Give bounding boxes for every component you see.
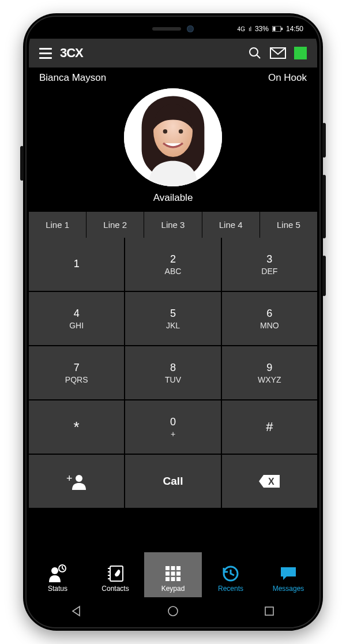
line-4[interactable]: Line 4 <box>202 212 260 238</box>
mail-icon[interactable] <box>270 47 286 59</box>
svg-point-11 <box>76 475 82 482</box>
svg-rect-28 <box>166 577 170 581</box>
line-5[interactable]: Line 5 <box>260 212 317 238</box>
call-button[interactable]: Call <box>125 455 220 508</box>
svg-rect-26 <box>171 572 175 576</box>
key-0[interactable]: 0+ <box>125 400 220 454</box>
nav-label: Recents <box>218 585 243 593</box>
line-selector: Line 1 Line 2 Line 3 Line 4 Line 5 <box>29 212 317 238</box>
nav-label: Contacts <box>101 585 129 593</box>
side-button <box>322 256 326 296</box>
presence-indicator[interactable] <box>294 47 307 59</box>
notch <box>110 19 236 39</box>
key-6[interactable]: 6MNO <box>222 292 317 345</box>
svg-point-9 <box>179 129 183 133</box>
svg-rect-27 <box>176 572 180 576</box>
add-contact-button[interactable]: + <box>29 455 124 508</box>
svg-point-13 <box>51 567 58 574</box>
front-camera <box>187 25 194 32</box>
svg-text:+: + <box>66 473 73 484</box>
svg-marker-32 <box>73 606 80 616</box>
nav-messages[interactable]: Messages <box>260 552 317 597</box>
recents-icon <box>221 564 240 583</box>
battery-percent: 33% <box>255 25 269 33</box>
status-icon <box>48 564 67 583</box>
hook-status: On Hook <box>268 72 307 84</box>
svg-rect-29 <box>171 577 175 581</box>
user-panel: Bianca Mayson On Hook <box>29 68 317 212</box>
svg-rect-23 <box>171 566 175 570</box>
backspace-button[interactable]: X <box>222 455 317 508</box>
key-9[interactable]: 9WXYZ <box>222 346 317 399</box>
signal-icon: ıl <box>249 26 251 32</box>
key-star[interactable]: * <box>29 400 124 454</box>
svg-line-4 <box>257 55 260 58</box>
backspace-icon: X <box>258 474 281 489</box>
svg-rect-1 <box>273 27 275 31</box>
avatar[interactable] <box>124 88 222 186</box>
key-4[interactable]: 4GHI <box>29 292 124 345</box>
keypad-icon <box>163 564 183 583</box>
app-topbar: 3CX <box>29 39 317 68</box>
svg-rect-30 <box>176 577 180 581</box>
contacts-icon <box>106 564 125 583</box>
presence-text: Available <box>153 192 193 204</box>
add-contact-icon: + <box>65 473 88 490</box>
screen: 4G ıl 33% 14:50 3CX Bianca Mayson On Hoo… <box>29 19 317 625</box>
svg-point-8 <box>163 129 167 133</box>
line-2[interactable]: Line 2 <box>86 212 144 238</box>
svg-point-33 <box>168 606 178 616</box>
line-3[interactable]: Line 3 <box>144 212 201 238</box>
dial-keypad: 1 2ABC 3DEF 4GHI 5JKL 6MNO 7PQRS 8TUV 9W… <box>29 238 317 508</box>
nav-status[interactable]: Status <box>29 552 86 597</box>
clock: 14:50 <box>286 25 303 33</box>
svg-rect-22 <box>166 566 170 570</box>
nav-contacts[interactable]: Contacts <box>86 552 144 597</box>
key-2[interactable]: 2ABC <box>125 238 220 291</box>
app-logo: 3CX <box>60 46 83 61</box>
key-5[interactable]: 5JKL <box>125 292 220 345</box>
svg-rect-2 <box>281 28 283 30</box>
nav-label: Keypad <box>161 585 185 593</box>
side-button <box>322 175 326 238</box>
key-7[interactable]: 7PQRS <box>29 346 124 399</box>
network-type: 4G <box>238 26 245 32</box>
svg-rect-24 <box>176 566 180 570</box>
side-button <box>20 146 24 181</box>
nav-keypad[interactable]: Keypad <box>144 552 202 597</box>
back-icon[interactable] <box>70 605 83 617</box>
user-name: Bianca Mayson <box>39 72 106 84</box>
key-8[interactable]: 8TUV <box>125 346 220 399</box>
android-nav-bar <box>29 597 317 625</box>
battery-icon <box>272 26 283 32</box>
menu-icon[interactable] <box>39 48 52 59</box>
svg-line-16 <box>62 568 64 570</box>
home-icon[interactable] <box>167 605 179 617</box>
bottom-nav: Status Contacts Keypad Recents Messages <box>29 552 317 597</box>
messages-icon <box>279 564 298 583</box>
key-1[interactable]: 1 <box>29 238 124 291</box>
overview-icon[interactable] <box>263 605 276 617</box>
key-3[interactable]: 3DEF <box>222 238 317 291</box>
svg-point-3 <box>250 48 258 56</box>
speaker-grill <box>152 27 181 31</box>
side-button <box>322 123 326 158</box>
line-1[interactable]: Line 1 <box>29 212 86 238</box>
svg-rect-25 <box>166 572 170 576</box>
nav-label: Status <box>48 585 67 593</box>
phone-frame: 4G ıl 33% 14:50 3CX Bianca Mayson On Hoo… <box>23 13 323 631</box>
search-icon[interactable] <box>248 46 262 60</box>
nav-label: Messages <box>273 585 304 593</box>
svg-rect-34 <box>265 607 273 615</box>
nav-recents[interactable]: Recents <box>202 552 260 597</box>
svg-text:X: X <box>268 477 274 486</box>
key-hash[interactable]: # <box>222 400 317 454</box>
